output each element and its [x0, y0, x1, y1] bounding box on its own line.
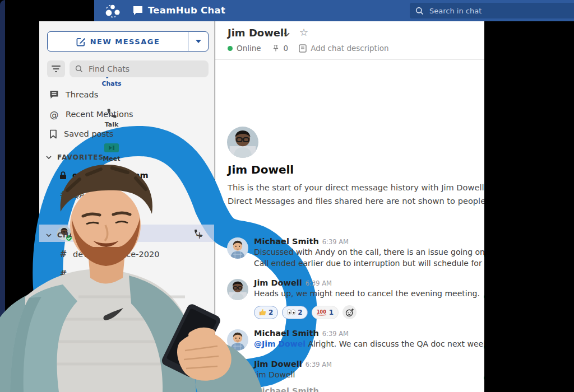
message[interactable]: Jim Dowell6:39 AM Heads up, we might nee… — [227, 277, 484, 298]
message-text: Jim Dowell — [254, 369, 484, 380]
description-icon — [299, 44, 307, 53]
sidebar: NEW MESSAGE Threads @ Recent Me — [39, 21, 214, 392]
caret-down-icon — [196, 40, 201, 43]
message-author: Michael Smith — [254, 237, 319, 246]
chat-area: Jim Dowell ☆ Online 0 Add chat descripti… — [215, 21, 484, 392]
new-message-button[interactable]: NEW MESSAGE — [47, 31, 209, 52]
search-input[interactable] — [428, 6, 554, 16]
lock-icon — [59, 171, 67, 180]
dm-label: Regina Warren — [77, 388, 136, 392]
sidebar-item-threads[interactable]: Threads — [39, 86, 214, 103]
app-logo-icon — [103, 3, 122, 18]
favorite-star-icon[interactable]: ☆ — [299, 26, 308, 38]
hundred-icon: 100 — [317, 309, 327, 316]
reaction-thumbs-up[interactable]: 2 — [254, 306, 278, 319]
status-label: Online — [237, 44, 261, 53]
threads-label: Threads — [66, 90, 98, 99]
add-description[interactable]: Add chat description — [311, 44, 388, 53]
add-reaction-icon — [345, 308, 354, 317]
message[interactable]: Michael Smith6:39 AM Discussed with Andy… — [227, 236, 484, 257]
hash-icon: # — [59, 269, 67, 279]
sidebar-item-regina-warren[interactable]: Regina Warren — [39, 384, 214, 392]
reactions-row: 2 2 100 1 — [254, 305, 357, 319]
dm-header-label: DIRECT MESSAGES — [57, 371, 137, 379]
channel-label: dev-conference-2020 — [73, 250, 159, 259]
global-search[interactable] — [410, 3, 574, 18]
chat-header: Jim Dowell ☆ Online 0 Add chat descripti… — [215, 21, 484, 60]
message-text: Alright. We can discuss the QA doc next … — [305, 339, 484, 348]
channel-label: design — [73, 289, 100, 298]
chevron-down-icon[interactable] — [284, 32, 290, 36]
filter-button[interactable] — [47, 60, 65, 77]
channel-label: operations-team — [72, 171, 149, 180]
message-author: Jim Dowell — [254, 360, 302, 368]
new-message-label: NEW MESSAGE — [90, 38, 160, 46]
direct-messages-section-header[interactable]: DIRECT MESSAGES + — [39, 368, 214, 381]
pencil-icon — [195, 389, 202, 392]
find-chats-box[interactable] — [70, 60, 209, 77]
pin-count: 0 — [284, 44, 289, 53]
message-text: Discussed with Andy on the call, there i… — [254, 246, 484, 258]
mentions-label: Recent Mentions — [66, 110, 133, 119]
bookmark-icon — [49, 129, 57, 139]
reaction-count: 1 — [329, 309, 334, 316]
at-icon: @ — [49, 109, 59, 120]
add-dm-button[interactable]: + — [196, 369, 204, 380]
app-title: TeamHub Chat — [148, 5, 225, 16]
message[interactable]: Jim Dowell6:39 AM Jim Dowell — [227, 358, 484, 380]
saved-label: Saved posts — [64, 129, 113, 138]
message-time: 6:39 AM — [322, 238, 349, 246]
top-bar: TeamHub Chat — [94, 0, 574, 21]
sidebar-item-conference-2020[interactable]: # dev-conference-2020 — [39, 246, 214, 263]
message-text: Call ended earlier due to interruption b… — [254, 258, 484, 269]
channels-section-header[interactable]: CHANNELS + — [39, 229, 214, 241]
find-chats-input[interactable] — [87, 64, 191, 74]
intro-text-line: Direct Messages and files shared here ar… — [228, 196, 484, 206]
message-time: 6:39 AM — [322, 330, 349, 338]
hash-icon: # — [59, 249, 67, 259]
online-status-dot — [228, 46, 233, 51]
sidebar-item-random[interactable]: # random — [39, 305, 214, 321]
hash-icon: # — [59, 308, 67, 318]
chevron-down-icon — [46, 156, 52, 159]
intro-text-line: This is the start of your direct message… — [228, 183, 484, 192]
avatar — [227, 127, 258, 158]
search-icon — [415, 7, 424, 15]
message-time: 6:39 AM — [305, 361, 332, 368]
filter-icon — [52, 66, 61, 72]
message[interactable]: Michael Smith6:39 AM @Jim Dowel Alright.… — [227, 328, 484, 349]
pin-icon[interactable] — [272, 44, 280, 52]
favorites-header-label: FAVORITES — [57, 153, 104, 161]
favorites-section-header[interactable]: FAVORITES — [39, 151, 214, 164]
intro-user-name: Jim Dowell — [228, 163, 294, 176]
sidebar-item-saved[interactable]: Saved posts — [39, 125, 214, 142]
sidebar-item-qa[interactable]: # QA — [39, 186, 214, 203]
sidebar-item-design[interactable]: # design — [39, 285, 214, 302]
add-channel-button[interactable]: + — [196, 230, 204, 241]
user-mention[interactable]: @Jim Dowel — [254, 339, 305, 348]
chevron-down-icon — [46, 234, 52, 237]
eyes-icon — [287, 309, 295, 315]
add-reaction-button[interactable] — [342, 305, 357, 319]
chat-title[interactable]: Jim Dowell — [228, 27, 287, 39]
sidebar-item-operations-team[interactable]: operations-team — [39, 167, 214, 184]
channel-label: random — [73, 309, 104, 318]
channel-label: QA — [73, 190, 85, 199]
thumbs-up-icon — [259, 309, 266, 316]
chevron-down-icon — [46, 373, 52, 376]
hash-icon: # — [59, 190, 67, 200]
reaction-hundred[interactable]: 100 1 — [312, 306, 339, 319]
sidebar-item-mentions[interactable]: @ Recent Mentions — [39, 106, 214, 123]
sidebar-item-general[interactable]: # general — [39, 265, 214, 282]
chat-bubble-icon — [132, 6, 144, 16]
threads-icon — [49, 90, 59, 99]
message-author: Michael Smith — [254, 329, 319, 338]
window-edge — [0, 0, 5, 392]
message-author: Jim Dowell — [254, 278, 302, 287]
reaction-count: 2 — [269, 309, 273, 316]
message-author: Michael Smith — [254, 386, 319, 392]
message[interactable]: Michael Smith — [227, 385, 484, 392]
message-text: Heads up, we might need to cancel the ev… — [254, 288, 484, 299]
new-message-dropdown[interactable] — [188, 32, 208, 51]
reaction-eyes[interactable]: 2 — [282, 306, 307, 319]
